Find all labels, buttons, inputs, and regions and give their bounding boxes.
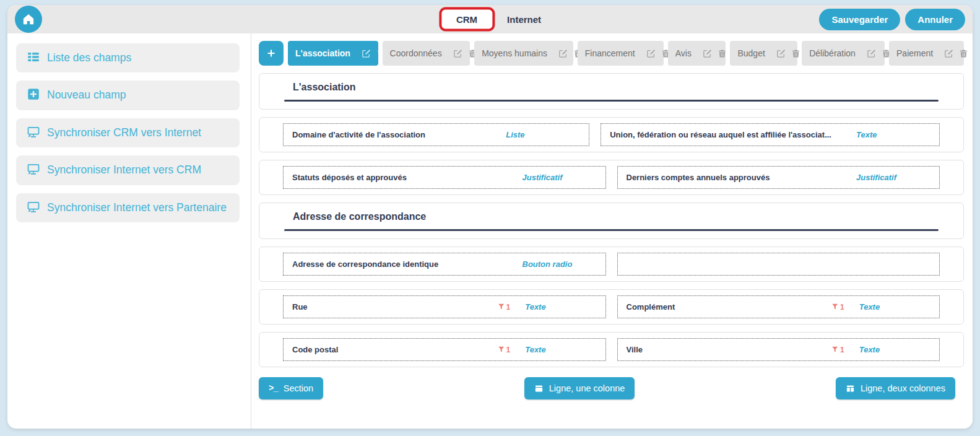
field-type: Texte [856, 130, 877, 139]
field-statuts[interactable]: Statuts déposés et approuvés Justificati… [283, 166, 606, 189]
section-underline [284, 229, 939, 231]
edit-icon[interactable] [558, 49, 568, 58]
fields-row: Code postal 1 Texte Ville 1 Texte [259, 332, 964, 367]
edit-icon[interactable] [362, 49, 371, 58]
topbar-actions: Sauvegarder Annuler [819, 9, 965, 30]
field-domaine-activite[interactable]: Domaine d'activité de l'association List… [283, 123, 589, 146]
field-type: Justificatif [856, 173, 896, 182]
section-title: L'association [284, 82, 939, 93]
field-type: Liste [506, 130, 524, 139]
sidebar-item-sync-internet-crm[interactable]: Synchroniser Internet vers CRM [16, 155, 240, 185]
trash-icon[interactable] [718, 49, 727, 58]
edit-icon[interactable] [703, 49, 712, 58]
field-type: Texte [525, 302, 545, 312]
add-section-button[interactable]: >_ Section [259, 377, 323, 399]
form-tab-label: Délibération [809, 48, 856, 58]
field-code-postal[interactable]: Code postal 1 Texte [283, 338, 606, 361]
form-rows: L'association Domaine d'activité de l'as… [259, 73, 964, 367]
form-tab-strip: L'association Coordonnées Moyens humains [259, 41, 964, 66]
tab-internet[interactable]: Internet [507, 14, 541, 25]
edit-icon[interactable] [867, 49, 876, 58]
two-columns-icon [846, 384, 855, 393]
section-row[interactable]: Adresse de correspondance [259, 203, 964, 239]
section-title: Adresse de correspondance [284, 211, 939, 222]
funnel-icon [498, 303, 506, 311]
required-filter-badge: 1 [831, 303, 844, 312]
view-switcher: CRM Internet [439, 7, 541, 32]
save-button[interactable]: Sauvegarder [819, 9, 900, 30]
field-type: Texte [525, 345, 545, 354]
form-tab-association[interactable]: L'association [288, 41, 378, 66]
edit-icon[interactable] [776, 49, 786, 58]
form-tab-label: Moyens humains [482, 48, 547, 58]
edit-icon[interactable] [646, 49, 656, 58]
sidebar-item-liste-des-champs[interactable]: Liste des champs [16, 43, 240, 72]
home-icon [22, 13, 35, 25]
fields-row: Rue 1 Texte Complément 1 Texte [259, 289, 964, 325]
field-empty-slot[interactable] [617, 253, 940, 276]
field-label: Complément [627, 302, 832, 312]
required-filter-badge: 1 [498, 346, 511, 354]
field-union-federation[interactable]: Union, fédération ou réseau auquel est a… [601, 123, 940, 146]
form-tab-budget[interactable]: Budget [730, 41, 797, 66]
form-tab-label: Avis [675, 48, 692, 58]
form-tab-coordonnees[interactable]: Coordonnées [383, 41, 470, 66]
field-label: Ville [627, 345, 832, 354]
form-tab-avis[interactable]: Avis [668, 41, 726, 66]
fields-row: Domaine d'activité de l'association List… [259, 117, 964, 152]
field-type: Texte [859, 345, 880, 354]
form-builder-main: L'association Coordonnées Moyens humains [251, 33, 973, 429]
fields-row: Statuts déposés et approuvés Justificati… [259, 160, 964, 195]
field-label: Rue [292, 302, 498, 312]
cancel-button[interactable]: Annuler [905, 9, 965, 30]
form-tab-paiement[interactable]: Paiement [889, 41, 964, 66]
form-tab-label: Coordonnées [390, 48, 442, 58]
edit-icon[interactable] [453, 49, 462, 58]
sync-screen-icon [27, 126, 40, 138]
layout-block-buttons: >_ Section Ligne, une colonne Ligne, deu… [259, 377, 964, 399]
funnel-icon [831, 303, 839, 311]
home-button[interactable] [15, 6, 42, 33]
terminal-icon: >_ [269, 383, 278, 393]
field-label: Domaine d'activité de l'association [292, 130, 481, 139]
field-ville[interactable]: Ville 1 Texte [617, 338, 940, 361]
field-type: Bouton radio [523, 259, 573, 269]
add-two-columns-row-button[interactable]: Ligne, deux colonnes [836, 377, 955, 399]
field-type: Texte [859, 302, 880, 312]
section-row[interactable]: L'association [259, 73, 964, 110]
field-rue[interactable]: Rue 1 Texte [283, 295, 606, 318]
funnel-icon [831, 346, 839, 354]
sidebar-item-nouveau-champ[interactable]: Nouveau champ [16, 81, 240, 110]
funnel-icon [498, 346, 506, 354]
section-underline [284, 100, 939, 102]
sidebar-item-label: Nouveau champ [47, 89, 126, 101]
field-label: Derniers comptes annuels approuvés [627, 173, 832, 182]
app-window: CRM Internet Sauvegarder Annuler Liste d… [7, 5, 973, 429]
form-tab-label: Budget [737, 48, 765, 58]
sidebar-item-label: Synchroniser Internet vers CRM [47, 164, 201, 176]
tab-crm[interactable]: CRM [439, 7, 495, 32]
required-filter-badge: 1 [831, 346, 844, 354]
required-filter-badge: 1 [498, 303, 511, 312]
edit-icon[interactable] [944, 49, 953, 58]
form-tab-label: Financement [585, 48, 635, 58]
trash-icon[interactable] [959, 49, 968, 58]
sync-screen-icon [27, 201, 40, 213]
form-tab-deliberation[interactable]: Délibération [802, 41, 885, 66]
field-label: Statuts déposés et approuvés [292, 173, 498, 182]
plus-icon [266, 48, 276, 58]
list-icon [27, 51, 40, 63]
plus-square-icon [27, 88, 40, 100]
form-tab-moyens-humains[interactable]: Moyens humains [474, 41, 573, 66]
sidebar-item-sync-crm-internet[interactable]: Synchroniser CRM vers Internet [16, 118, 240, 147]
sidebar-item-sync-internet-partenaire[interactable]: Synchroniser Internet vers Partenaire [16, 193, 240, 222]
trash-icon[interactable] [791, 49, 800, 58]
field-adresse-identique[interactable]: Adresse de correspondance identique Bout… [283, 253, 606, 276]
field-complement[interactable]: Complément 1 Texte [617, 295, 940, 318]
add-one-column-row-button[interactable]: Ligne, une colonne [524, 377, 635, 399]
one-column-icon [534, 384, 544, 393]
add-tab-button[interactable] [259, 41, 284, 66]
form-tab-financement[interactable]: Financement [578, 41, 664, 66]
field-type: Justificatif [523, 173, 563, 182]
field-derniers-comptes[interactable]: Derniers comptes annuels approuvés Justi… [617, 166, 940, 189]
